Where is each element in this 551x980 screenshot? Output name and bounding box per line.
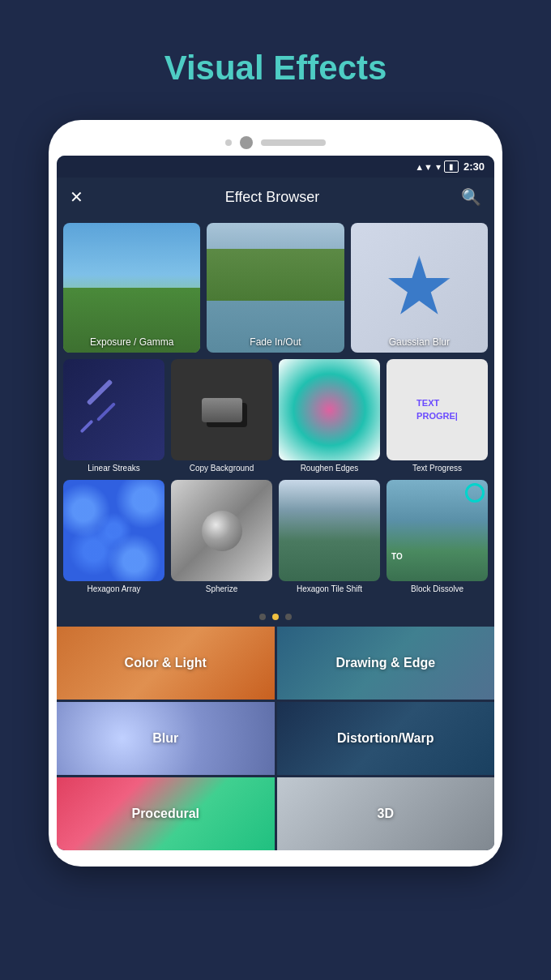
phone-screen: ▲▼ ▾ ▮ 2:30 ✕ Effect Browser 🔍 Exposure … (57, 156, 494, 850)
text-progress-inner: TEXTPROGRE| (416, 397, 458, 422)
category-label-drawing-edge: Drawing & Edge (335, 656, 435, 670)
effect-name-block-dissolve: Block Dissolve (411, 584, 463, 594)
grid-section: Linear Streaks Copy Background (57, 353, 494, 607)
sphere-shape (202, 511, 242, 551)
effect-roughen-edges[interactable]: Roughen Edges (279, 359, 380, 473)
battery-icon: ▮ (444, 160, 459, 173)
effect-spherize[interactable]: Spherize (171, 480, 272, 594)
category-label-distortion: Distortion/Warp (337, 731, 434, 746)
thumb-spherize (171, 480, 272, 581)
effect-grid-row1: Linear Streaks Copy Background (63, 359, 488, 473)
phone-container: ▲▼ ▾ ▮ 2:30 ✕ Effect Browser 🔍 Exposure … (49, 120, 502, 867)
category-label-3d: 3D (378, 807, 394, 821)
effect-copy-background[interactable]: Copy Background (171, 359, 272, 473)
featured-item-fade[interactable]: Fade In/Out (207, 223, 344, 353)
category-drawing-edge[interactable]: Drawing & Edge (277, 627, 495, 700)
thumb-copy-background (171, 359, 272, 460)
close-button[interactable]: ✕ (70, 187, 83, 207)
category-grid: Color & Light Drawing & Edge Blur Distor… (57, 627, 494, 850)
search-button[interactable]: 🔍 (461, 187, 481, 207)
effect-name-copy-background: Copy Background (190, 464, 254, 473)
category-3d[interactable]: 3D (277, 777, 495, 850)
thumb-hexagon-array (63, 480, 164, 581)
thumb-text-progress: TEXTPROGRE| (387, 359, 488, 460)
effect-name-hexagon-tile: Hexagon Tile Shift (297, 584, 362, 594)
effect-grid-row2: Hexagon Array Spherize Hexag (63, 480, 488, 594)
pagination (57, 607, 494, 627)
effect-name-hexagon-array: Hexagon Array (87, 584, 140, 594)
copy-shape (202, 398, 242, 422)
thumb-linear-streaks (63, 359, 164, 460)
category-blur[interactable]: Blur (57, 702, 275, 775)
pagination-dot-1[interactable] (259, 614, 266, 620)
page-title: Visual Effects (164, 49, 387, 88)
pagination-dot-3[interactable] (285, 614, 292, 620)
effect-hexagon-array[interactable]: Hexagon Array (63, 480, 164, 594)
thumb-roughen-edges (279, 359, 380, 460)
dissolve-text: TO (391, 552, 403, 561)
effect-hexagon-tile[interactable]: Hexagon Tile Shift (279, 480, 380, 594)
phone-camera (240, 136, 253, 149)
featured-item-exposure[interactable]: Exposure / Gamma (63, 223, 200, 353)
thumb-block-dissolve: TO (387, 480, 488, 581)
dissolve-circle (465, 483, 485, 503)
wifi-icon: ▾ (436, 161, 441, 173)
pagination-dot-2[interactable] (272, 614, 279, 620)
phone-notch (57, 136, 494, 149)
star-shape (387, 255, 451, 320)
effect-name-text-progress: Text Progress (412, 464, 462, 473)
thumb-hexagon-tile (279, 480, 380, 581)
effect-name-spherize: Spherize (206, 584, 237, 594)
category-label-color-light: Color & Light (125, 656, 207, 670)
effect-name-linear-streaks: Linear Streaks (88, 464, 139, 473)
effect-linear-streaks[interactable]: Linear Streaks (63, 359, 164, 473)
status-icons: ▲▼ ▾ ▮ (415, 160, 459, 173)
status-time: 2:30 (463, 160, 485, 173)
category-label-blur: Blur (152, 731, 178, 746)
app-header: ✕ Effect Browser 🔍 (57, 178, 494, 216)
featured-label-fade: Fade In/Out (207, 336, 344, 348)
effect-text-progress[interactable]: TEXTPROGRE| Text Progress (387, 359, 488, 473)
category-procedural[interactable]: Procedural (57, 777, 275, 850)
category-color-light[interactable]: Color & Light (57, 627, 275, 700)
phone-speaker (261, 139, 326, 146)
featured-item-gaussian[interactable]: Gaussian Blur (351, 223, 488, 353)
phone-dot (225, 139, 232, 146)
status-bar: ▲▼ ▾ ▮ 2:30 (57, 156, 494, 178)
featured-label-exposure: Exposure / Gamma (63, 336, 200, 348)
header-title: Effect Browser (225, 189, 320, 206)
effect-block-dissolve[interactable]: TO Block Dissolve (387, 480, 488, 594)
featured-row: Exposure / Gamma Fade In/Out Gaussian Bl… (57, 216, 494, 353)
signal-icon: ▲▼ (415, 162, 433, 172)
effect-name-roughen-edges: Roughen Edges (301, 464, 359, 473)
category-distortion[interactable]: Distortion/Warp (277, 702, 495, 775)
category-label-procedural: Procedural (131, 807, 199, 821)
featured-label-gaussian: Gaussian Blur (351, 336, 488, 348)
